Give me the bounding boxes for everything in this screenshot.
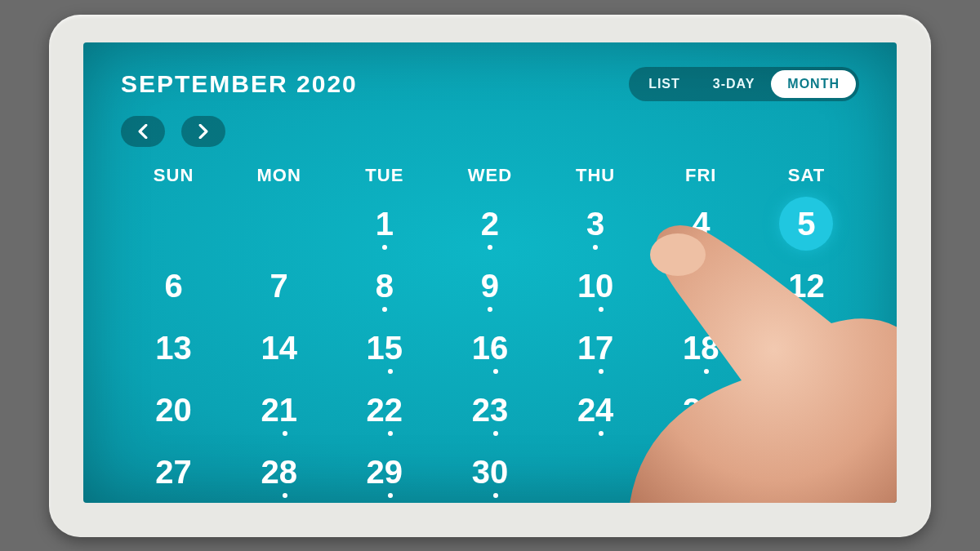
day-cell[interactable]: 20 xyxy=(121,379,226,441)
day-cell[interactable]: 9 xyxy=(437,255,542,317)
day-cell[interactable]: 28 xyxy=(226,441,332,503)
day-number: 8 xyxy=(376,269,394,302)
weekday-label: SUN xyxy=(121,165,226,186)
day-number: 12 xyxy=(788,269,825,302)
day-number: 28 xyxy=(261,455,297,488)
day-cell[interactable]: 10 xyxy=(543,255,648,317)
day-cell[interactable]: 14 xyxy=(226,317,332,379)
chevron-left-icon xyxy=(137,124,149,139)
event-dot xyxy=(382,245,387,250)
day-cell[interactable]: 13 xyxy=(121,317,226,379)
day-number: 18 xyxy=(683,331,719,364)
day-number: 19 xyxy=(788,331,825,364)
weekday-label: WED xyxy=(437,165,542,186)
day-cell[interactable]: 8 xyxy=(332,255,437,317)
day-number: 20 xyxy=(155,393,192,426)
day-cell[interactable]: 4 xyxy=(648,193,754,255)
day-cell[interactable]: 7 xyxy=(226,255,332,317)
prev-month-button[interactable] xyxy=(121,116,165,147)
day-cell[interactable]: 16 xyxy=(437,317,542,379)
day-number: 6 xyxy=(164,269,182,302)
event-dot xyxy=(488,245,492,250)
day-number: 27 xyxy=(155,455,192,488)
day-cell xyxy=(543,441,648,503)
event-dot xyxy=(599,431,604,436)
day-cell[interactable]: 30 xyxy=(437,441,542,503)
day-cell[interactable]: 2 xyxy=(437,193,542,255)
day-number: 11 xyxy=(683,269,719,302)
day-number: 2 xyxy=(481,207,499,240)
event-dot xyxy=(388,431,393,436)
event-dot xyxy=(698,245,703,250)
day-number: 24 xyxy=(577,393,614,426)
day-cell[interactable]: 25 xyxy=(648,379,754,441)
view-option-3day[interactable]: 3-DAY xyxy=(697,70,772,98)
view-toggle: LIST 3-DAY MONTH xyxy=(629,67,859,101)
day-number: 14 xyxy=(261,331,297,364)
chevron-right-icon xyxy=(198,124,209,139)
day-cell[interactable]: 29 xyxy=(332,441,437,503)
event-dot xyxy=(704,307,709,312)
event-dot xyxy=(599,369,604,374)
calendar-header: SEPTEMBER 2020 LIST 3-DAY MONTH xyxy=(121,67,859,101)
day-cell[interactable]: 12 xyxy=(754,255,859,317)
day-cell xyxy=(226,193,332,255)
day-number: 13 xyxy=(155,331,192,364)
view-option-list[interactable]: LIST xyxy=(632,70,697,98)
day-cell[interactable]: 5 xyxy=(754,193,859,255)
day-cell xyxy=(121,193,226,255)
device-bezel: SEPTEMBER 2020 LIST 3-DAY MONTH SUN MON … xyxy=(49,15,931,537)
next-month-button[interactable] xyxy=(181,116,225,147)
day-number: 15 xyxy=(367,331,403,364)
day-cell[interactable]: 18 xyxy=(648,317,754,379)
day-cell[interactable]: 3 xyxy=(543,193,648,255)
event-dot xyxy=(599,307,604,312)
day-number: 4 xyxy=(692,207,710,240)
calendar-screen[interactable]: SEPTEMBER 2020 LIST 3-DAY MONTH SUN MON … xyxy=(83,42,897,503)
event-dot xyxy=(704,369,709,374)
day-cell[interactable]: 1 xyxy=(332,193,437,255)
event-dot xyxy=(493,431,498,436)
day-number: 10 xyxy=(577,269,614,302)
day-number: 30 xyxy=(472,455,509,488)
day-cell[interactable]: 11 xyxy=(648,255,754,317)
event-dot xyxy=(493,493,498,498)
day-number: 16 xyxy=(472,331,509,364)
weekday-label: MON xyxy=(226,165,332,186)
day-number: 21 xyxy=(261,393,297,426)
day-cell[interactable]: 26 xyxy=(754,379,859,441)
day-cell[interactable]: 24 xyxy=(543,379,648,441)
event-dot xyxy=(704,431,709,436)
view-option-month[interactable]: MONTH xyxy=(771,70,856,98)
weekday-label: THU xyxy=(543,165,648,186)
event-dot xyxy=(488,307,492,312)
day-cell xyxy=(648,441,754,503)
weekday-label: TUE xyxy=(332,165,437,186)
event-dot xyxy=(593,245,598,250)
day-number: 5 xyxy=(797,207,815,240)
day-cell[interactable]: 19 xyxy=(754,317,859,379)
day-number: 7 xyxy=(270,269,288,302)
day-cell[interactable]: 22 xyxy=(332,379,437,441)
event-dot xyxy=(382,307,387,312)
weekday-label: SAT xyxy=(754,165,859,186)
day-cell[interactable]: 21 xyxy=(226,379,332,441)
day-number: 23 xyxy=(472,393,509,426)
day-number: 25 xyxy=(683,393,719,426)
day-number: 9 xyxy=(481,269,499,302)
day-cell[interactable]: 27 xyxy=(121,441,226,503)
day-cell[interactable]: 15 xyxy=(332,317,437,379)
event-dot xyxy=(283,493,287,498)
event-dot xyxy=(388,369,393,374)
day-cell[interactable]: 17 xyxy=(543,317,648,379)
event-dot xyxy=(493,369,498,374)
event-dot xyxy=(283,431,287,436)
day-number: 3 xyxy=(586,207,604,240)
day-cell xyxy=(754,441,859,503)
day-cell[interactable]: 6 xyxy=(121,255,226,317)
day-number: 26 xyxy=(788,393,825,426)
month-title: SEPTEMBER 2020 xyxy=(121,70,358,98)
month-nav xyxy=(121,116,859,147)
event-dot xyxy=(388,493,393,498)
day-cell[interactable]: 23 xyxy=(437,379,542,441)
